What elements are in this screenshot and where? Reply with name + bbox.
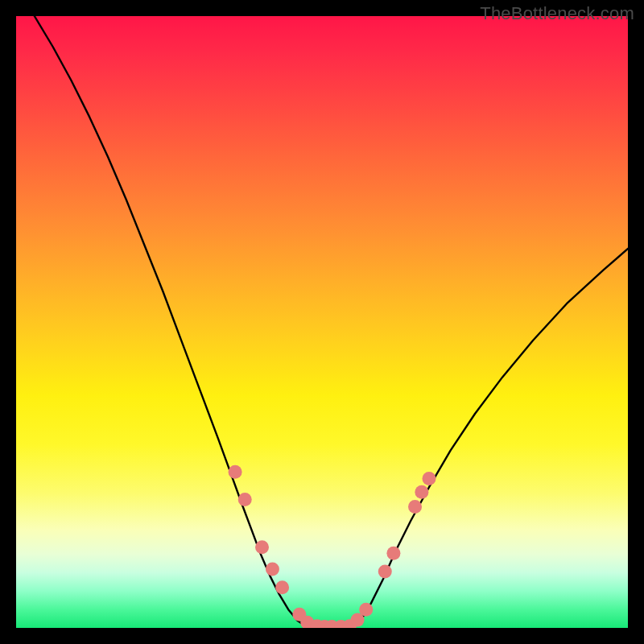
curve-layer bbox=[35, 16, 628, 628]
watermark-text: TheBottleneck.com bbox=[480, 3, 634, 24]
curve-marker bbox=[378, 565, 392, 579]
curve-marker bbox=[266, 563, 279, 576]
curve-marker bbox=[238, 493, 252, 506]
curve-marker bbox=[386, 547, 400, 560]
curve-marker bbox=[408, 500, 422, 514]
chart-svg bbox=[16, 16, 628, 628]
outer-frame: TheBottleneck.com bbox=[0, 0, 644, 644]
plot-area bbox=[16, 16, 628, 628]
curve-marker bbox=[255, 540, 269, 554]
curve-marker bbox=[275, 580, 289, 594]
bottleneck-curve bbox=[35, 16, 628, 628]
curve-marker bbox=[423, 472, 436, 485]
marker-layer bbox=[229, 465, 436, 628]
curve-marker bbox=[229, 465, 242, 479]
curve-marker bbox=[415, 485, 428, 499]
curve-marker bbox=[359, 603, 373, 617]
